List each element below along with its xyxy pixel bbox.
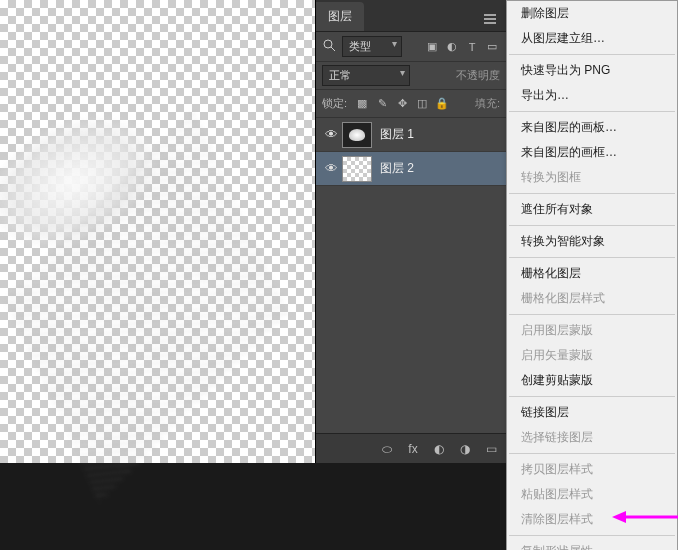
svg-point-0 [324,40,332,48]
search-icon [322,38,336,55]
menu-item[interactable]: 转换为智能对象 [507,229,677,254]
lock-brush-icon[interactable]: ✎ [375,97,389,111]
layer-list: 👁 图层 1 👁 图层 2 [316,118,506,186]
layer-row[interactable]: 👁 图层 2 [316,152,506,186]
blend-row: 正常 不透明度 [316,62,506,90]
tab-layers[interactable]: 图层 [316,2,364,31]
filter-adjust-icon[interactable]: ◐ [444,39,460,55]
layer-context-menu: 删除图层从图层建立组…快速导出为 PNG导出为…来自图层的画板…来自图层的画框…… [506,0,678,550]
lock-artboard-icon[interactable]: ◫ [415,97,429,111]
menu-item[interactable]: 遮住所有对象 [507,197,677,222]
menu-item[interactable]: 来自图层的画板… [507,115,677,140]
menu-item[interactable]: 删除图层 [507,1,677,26]
filter-type-icon[interactable]: T [464,39,480,55]
menu-item: 拷贝图层样式 [507,457,677,482]
menu-separator [509,111,675,112]
layer-filter-row: 类型 ▣ ◐ T ▭ [316,32,506,62]
svg-line-1 [331,47,335,51]
menu-item[interactable]: 从图层建立组… [507,26,677,51]
lock-transparent-icon[interactable]: ▩ [355,97,369,111]
menu-separator [509,257,675,258]
annotation-arrow [612,509,678,525]
filter-shape-icon[interactable]: ▭ [484,39,500,55]
panel-tabs: 图层 [316,0,506,32]
menu-separator [509,396,675,397]
menu-separator [509,193,675,194]
fx-icon[interactable]: fx [404,440,422,458]
feather-artwork [0,36,295,444]
lock-position-icon[interactable]: ✥ [395,97,409,111]
menu-item: 栅格化图层样式 [507,286,677,311]
lock-all-icon[interactable]: 🔒 [435,97,449,111]
layer-row[interactable]: 👁 图层 1 [316,118,506,152]
filter-type-dropdown[interactable]: 类型 [342,36,402,57]
menu-item: 复制形状属性 [507,539,677,550]
adjustment-icon[interactable]: ◑ [456,440,474,458]
mask-icon[interactable]: ◐ [430,440,448,458]
menu-item[interactable]: 导出为… [507,83,677,108]
layer-thumbnail[interactable] [342,122,372,148]
canvas[interactable] [0,0,316,463]
menu-separator [509,314,675,315]
fill-label: 填充: [475,96,500,111]
menu-item[interactable]: 来自图层的画框… [507,140,677,165]
link-icon[interactable]: ⬭ [378,440,396,458]
visibility-icon[interactable]: 👁 [320,161,342,176]
layer-name[interactable]: 图层 2 [380,160,414,177]
menu-item: 启用矢量蒙版 [507,343,677,368]
menu-item: 转换为图框 [507,165,677,190]
menu-separator [509,535,675,536]
visibility-icon[interactable]: 👁 [320,127,342,142]
menu-item[interactable]: 栅格化图层 [507,261,677,286]
blend-mode-dropdown[interactable]: 正常 [322,65,410,86]
menu-separator [509,54,675,55]
menu-item[interactable]: 快速导出为 PNG [507,58,677,83]
panel-menu-icon[interactable] [478,7,502,31]
layers-panel: 图层 类型 ▣ ◐ T ▭ 正常 不透明度 锁定: ▩ ✎ ✥ ◫ 🔒 填充: [316,0,506,463]
menu-item[interactable]: 创建剪贴蒙版 [507,368,677,393]
filter-pixel-icon[interactable]: ▣ [424,39,440,55]
layer-thumbnail[interactable] [342,156,372,182]
menu-separator [509,453,675,454]
menu-item: 启用图层蒙版 [507,318,677,343]
folder-icon[interactable]: ▭ [482,440,500,458]
layer-name[interactable]: 图层 1 [380,126,414,143]
menu-item: 选择链接图层 [507,425,677,450]
lock-row: 锁定: ▩ ✎ ✥ ◫ 🔒 填充: [316,90,506,118]
svg-marker-3 [612,511,626,523]
menu-item[interactable]: 链接图层 [507,400,677,425]
panel-footer: ⬭ fx ◐ ◑ ▭ [316,433,506,463]
lock-label: 锁定: [322,96,347,111]
opacity-label: 不透明度 [456,68,500,83]
menu-separator [509,225,675,226]
menu-item: 粘贴图层样式 [507,482,677,507]
